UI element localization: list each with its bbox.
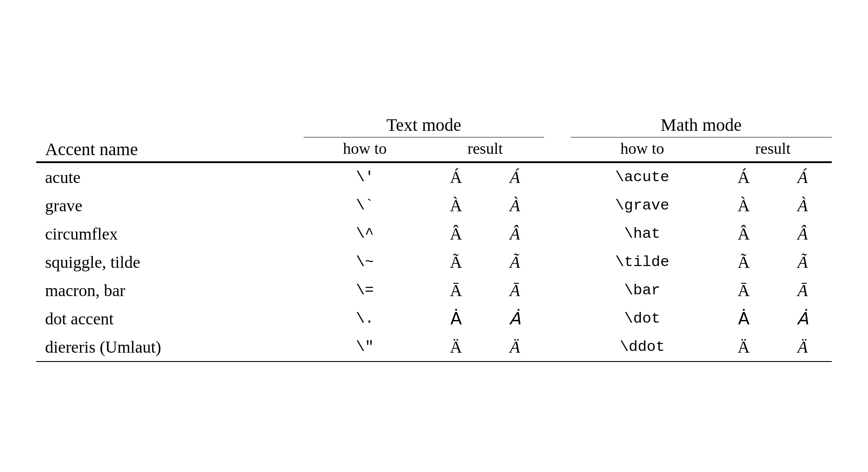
text-result-upright-cell: Â [426, 220, 486, 248]
math-result-upright-cell: Á [714, 163, 773, 191]
text-result-italic-cell: Â [486, 220, 544, 248]
bottom-border-row [36, 361, 832, 362]
text-how-to-cell: \. [304, 305, 426, 333]
text-how-to-cell: \' [304, 163, 426, 191]
table-row: macron, bar\=ĀĀ\barĀĀ [36, 276, 832, 305]
text-how-to-cell: \= [304, 276, 426, 305]
accent-name-cell: acute [36, 163, 304, 191]
math-result-subheader: result [714, 137, 832, 162]
text-how-to-cell: \" [304, 333, 426, 361]
text-result-upright-cell: Ā [426, 276, 486, 305]
math-how-to-cell: \bar [571, 276, 714, 305]
math-result-upright-cell: Ã [714, 248, 773, 276]
math-result-italic-cell: Â [773, 220, 832, 248]
spacer-cell [544, 248, 571, 276]
math-how-to-cell: \dot [571, 305, 714, 333]
text-result-upright-cell: Ã [426, 248, 486, 276]
text-result-italic-cell: Ä [486, 333, 544, 361]
math-result-upright-cell: Â [714, 220, 773, 248]
text-result-upright-cell: Ä [426, 333, 486, 361]
math-result-italic-cell: Ȧ [773, 305, 832, 333]
math-result-italic-cell: Ã [773, 248, 832, 276]
math-how-to-cell: \ddot [571, 333, 714, 361]
accent-name-cell: circumflex [36, 220, 304, 248]
text-how-to-cell: \` [304, 191, 426, 220]
table-row: diereris (Umlaut)\"ÄÄ\ddotÄÄ [36, 333, 832, 361]
spacer-cell [544, 163, 571, 191]
text-result-italic-cell: Ȧ [486, 305, 544, 333]
spacer-cell [544, 220, 571, 248]
text-how-to-subheader: how to [304, 137, 426, 162]
math-how-to-subheader: how to [571, 137, 714, 162]
spacer-cell [544, 276, 571, 305]
accent-name-cell: diereris (Umlaut) [36, 333, 304, 361]
text-how-to-cell: \^ [304, 220, 426, 248]
spacer-cell [544, 191, 571, 220]
math-how-to-cell: \acute [571, 163, 714, 191]
text-result-subheader: result [426, 137, 544, 162]
accent-name-cell: dot accent [36, 305, 304, 333]
accent-name-cell: grave [36, 191, 304, 220]
text-mode-col-header: Text mode [304, 110, 544, 137]
math-result-upright-cell: À [714, 191, 773, 220]
text-result-italic-cell: À [486, 191, 544, 220]
math-result-upright-cell: Ā [714, 276, 773, 305]
page-container: Accent name Text mode Math mode how to r… [0, 0, 868, 472]
text-result-upright-cell: À [426, 191, 486, 220]
text-result-italic-cell: Ã [486, 248, 544, 276]
table-row: circumflex\^ÂÂ\hatÂÂ [36, 220, 832, 248]
spacer-col [544, 110, 571, 137]
math-result-upright-cell: Ä [714, 333, 773, 361]
math-mode-col-header: Math mode [571, 110, 832, 137]
text-how-to-cell: \~ [304, 248, 426, 276]
text-result-italic-cell: Ā [486, 276, 544, 305]
math-how-to-cell: \tilde [571, 248, 714, 276]
math-how-to-cell: \grave [571, 191, 714, 220]
table-row: squiggle, tilde\~ÃÃ\tildeÃÃ [36, 248, 832, 276]
table-wrapper: Accent name Text mode Math mode how to r… [36, 110, 832, 362]
accent-table: Accent name Text mode Math mode how to r… [36, 110, 832, 362]
math-result-italic-cell: Á [773, 163, 832, 191]
accent-name-cell: macron, bar [36, 276, 304, 305]
math-result-italic-cell: À [773, 191, 832, 220]
text-result-upright-cell: Á [426, 163, 486, 191]
spacer-cell [544, 333, 571, 361]
table-row: grave\`ÀÀ\graveÀÀ [36, 191, 832, 220]
spacer-cell [544, 305, 571, 333]
main-header-row: Accent name Text mode Math mode [36, 110, 832, 137]
table-row: dot accent\.ȦȦ\dotȦȦ [36, 305, 832, 333]
math-how-to-cell: \hat [571, 220, 714, 248]
accent-name-cell: squiggle, tilde [36, 248, 304, 276]
spacer-subheader [544, 137, 571, 162]
accent-name-col-header: Accent name [36, 110, 304, 162]
table-body: acute\'ÁÁ\acuteÁÁgrave\`ÀÀ\graveÀÀcircum… [36, 163, 832, 361]
text-result-italic-cell: Á [486, 163, 544, 191]
math-result-italic-cell: Ā [773, 276, 832, 305]
math-result-italic-cell: Ä [773, 333, 832, 361]
table-row: acute\'ÁÁ\acuteÁÁ [36, 163, 832, 191]
text-result-upright-cell: Ȧ [426, 305, 486, 333]
math-result-upright-cell: Ȧ [714, 305, 773, 333]
